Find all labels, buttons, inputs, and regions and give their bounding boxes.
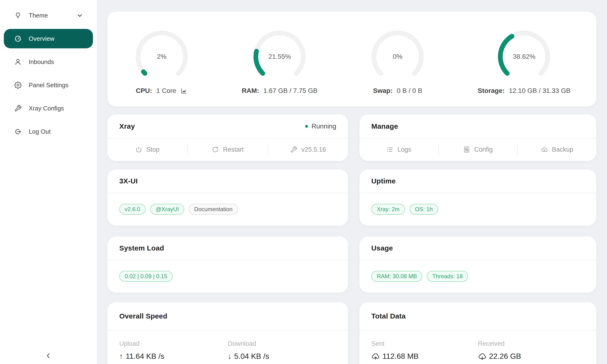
swap-label: Swap: 0 B / 0 B: [373, 87, 422, 94]
config-button[interactable]: Config: [439, 139, 517, 160]
ram-gauge: 21.55% RAM: 1.67 GB / 7.75 GB: [242, 28, 318, 94]
arrow-down-icon: ↓: [228, 352, 232, 361]
xray-uptime-tag: Xray: 2m: [371, 204, 405, 215]
power-icon: [135, 146, 142, 153]
documentation-link-tag[interactable]: Documentation: [189, 204, 238, 215]
download-value: 5.04 KB /s: [234, 352, 269, 361]
stop-button[interactable]: Stop: [107, 139, 187, 160]
version-tag[interactable]: v2.6.0: [119, 204, 145, 215]
wrench-icon: [290, 146, 297, 153]
area-chart-icon[interactable]: [180, 87, 187, 94]
sent-label: Sent: [371, 340, 478, 347]
wrench-icon: [14, 105, 22, 112]
received-label: Received: [478, 340, 585, 347]
sidebar-item-xray-configs[interactable]: Xray Configs: [4, 99, 93, 118]
threads-tag: Threads: 18: [427, 271, 468, 282]
total-data-card: Total Data Sent 112.68 MB Received: [359, 302, 596, 364]
sidebar-item-inbounds[interactable]: Inbounds: [4, 52, 93, 72]
system-load-card: System Load 0.02 | 0.09 | 0.15: [107, 236, 348, 293]
upload-metric: Upload ↑ 11.64 KB /s: [119, 340, 228, 361]
sidebar-item-label: Inbounds: [29, 58, 54, 66]
received-metric: Received 22.26 GB: [478, 340, 585, 361]
chevron-left-icon: [44, 352, 53, 360]
overall-speed-title: Overall Speed: [119, 312, 167, 320]
gear-icon: [14, 81, 22, 89]
cloud-upload-icon: [371, 352, 380, 361]
swap-gauge: 0% Swap: 0 B / 0 B: [369, 28, 426, 94]
system-load-title: System Load: [119, 244, 164, 252]
sidebar-item-theme[interactable]: Theme: [4, 6, 93, 25]
xray-card: Xray Running Stop Restart: [107, 115, 348, 161]
reload-icon: [212, 146, 219, 153]
sent-value: 112.68 MB: [383, 352, 419, 361]
sidebar-item-label: Xray Configs: [29, 105, 64, 112]
user-icon: [14, 58, 22, 66]
sidebar-item-label: Panel Settings: [29, 81, 68, 89]
sidebar-item-label: Theme: [29, 12, 48, 19]
bulb-icon: [14, 12, 22, 19]
uptime-card-title: Uptime: [371, 177, 396, 185]
xray-status: Running: [305, 122, 336, 130]
cpu-gauge: 2% CPU: 1 Core: [133, 28, 190, 94]
system-stats-card: 2% CPU: 1 Core 21.55% RAM: 1.67 GB / 7.7…: [107, 12, 596, 106]
uptime-card: Uptime Xray: 2m OS: 1h: [359, 169, 596, 226]
cpu-percent: 2%: [133, 28, 190, 85]
ram-label: RAM: 1.67 GB / 7.75 GB: [242, 87, 318, 94]
main-content: 2% CPU: 1 Core 21.55% RAM: 1.67 GB / 7.7…: [97, 0, 607, 364]
sidebar-collapse-button[interactable]: [0, 352, 97, 360]
cloud-server-icon: [541, 146, 548, 153]
status-label: Running: [312, 122, 336, 130]
xrayui-link-tag[interactable]: @XrayUI: [150, 204, 184, 215]
chevron-down-icon: [76, 12, 83, 19]
xui-card-title: 3X-UI: [119, 177, 138, 185]
ram-usage-tag: RAM: 30.08 MB: [371, 271, 422, 282]
sent-metric: Sent 112.68 MB: [371, 340, 478, 361]
usage-card: Usage RAM: 30.08 MB Threads: 18: [359, 236, 596, 293]
sidebar: Theme Overview Inbounds Panel Settings X…: [0, 0, 97, 364]
storage-gauge: 38.62% Storage: 12.10 GB / 31.33 GB: [478, 28, 570, 94]
xui-card: 3X-UI v2.6.0 @XrayUI Documentation: [107, 169, 348, 226]
logs-button[interactable]: Logs: [359, 139, 438, 160]
ram-percent: 21.55%: [251, 28, 308, 85]
status-dot: [305, 125, 308, 128]
manage-card-title: Manage: [371, 122, 398, 130]
cpu-label: CPU: 1 Core: [136, 87, 187, 94]
storage-label: Storage: 12.10 GB / 31.33 GB: [478, 87, 570, 94]
cloud-download-icon: [478, 352, 487, 361]
list-icon: [386, 146, 393, 153]
xray-version-button[interactable]: v25.5.16: [268, 139, 348, 160]
overall-speed-card: Overall Speed Upload ↑ 11.64 KB /s Downl…: [107, 302, 348, 364]
received-value: 22.26 GB: [489, 352, 521, 361]
download-label: Download: [228, 340, 336, 347]
upload-value: 11.64 KB /s: [126, 352, 164, 361]
logout-icon: [14, 128, 22, 135]
download-metric: Download ↓ 5.04 KB /s: [228, 340, 336, 361]
upload-label: Upload: [119, 340, 228, 347]
sidebar-item-logout[interactable]: Log Out: [4, 122, 93, 141]
sidebar-item-overview[interactable]: Overview: [4, 29, 93, 48]
sliders-icon: [463, 146, 470, 153]
usage-title: Usage: [371, 244, 393, 252]
backup-button[interactable]: Backup: [518, 139, 596, 160]
dashboard-icon: [14, 35, 22, 42]
sidebar-item-panel-settings[interactable]: Panel Settings: [4, 75, 93, 95]
xray-card-title: Xray: [119, 122, 135, 130]
sidebar-item-label: Log Out: [29, 128, 51, 135]
restart-button[interactable]: Restart: [188, 139, 268, 160]
os-uptime-tag: OS: 1h: [409, 204, 438, 215]
manage-card: Manage Logs Config: [359, 115, 596, 161]
swap-percent: 0%: [369, 28, 426, 85]
sidebar-item-label: Overview: [29, 35, 54, 42]
load-average-tag: 0.02 | 0.09 | 0.15: [119, 271, 173, 282]
total-data-title: Total Data: [371, 312, 406, 320]
arrow-up-icon: ↑: [119, 352, 123, 361]
storage-percent: 38.62%: [496, 28, 553, 85]
